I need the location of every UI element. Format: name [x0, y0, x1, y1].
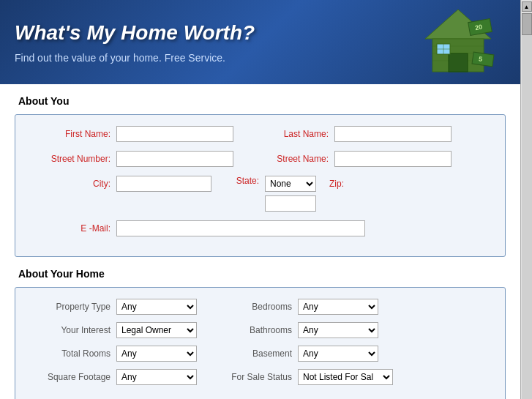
- zip-label: Zip:: [322, 179, 344, 189]
- about-you-form: First Name: Last Name: Street Number:: [15, 114, 506, 257]
- svg-text:20: 20: [474, 23, 483, 31]
- city-label: City:: [30, 179, 110, 189]
- last-name-group: Last Name:: [248, 126, 452, 142]
- property-type-label: Property Type: [30, 302, 110, 312]
- property-type-select[interactable]: Any House Condo Townhouse Land: [116, 299, 197, 315]
- street-row: Street Number: Street Name:: [30, 151, 490, 167]
- interest-bathrooms-row: Your Interest Legal Owner Buyer Renter O…: [30, 322, 490, 338]
- your-interest-select[interactable]: Legal Owner Buyer Renter Other: [116, 322, 197, 338]
- city-input[interactable]: [116, 176, 211, 192]
- state-select-wrapper: None ALAKAZAR CACOCTFL GANYTXVA Zip:: [265, 176, 350, 192]
- street-name-input[interactable]: [334, 151, 452, 167]
- state-group: State: None ALAKAZAR CACOCTFL GANYTXVA Z…: [226, 176, 350, 212]
- email-row: E -Mail:: [30, 220, 490, 236]
- email-input[interactable]: [116, 220, 365, 236]
- basement-label: Basement: [226, 348, 292, 359]
- bedrooms-select[interactable]: Any 12345+: [298, 299, 378, 315]
- scroll-track[interactable]: [522, 13, 532, 399]
- svg-rect-7: [472, 52, 494, 67]
- last-name-label: Last Name:: [248, 129, 329, 139]
- basement-select[interactable]: Any Yes No: [298, 346, 378, 362]
- scroll-up-button[interactable]: ▲: [522, 1, 532, 12]
- bathrooms-select[interactable]: Any 11.522.53+: [298, 322, 378, 338]
- first-name-group: First Name:: [30, 126, 233, 142]
- property-bedrooms-row: Property Type Any House Condo Townhouse …: [30, 299, 490, 315]
- about-home-section-title: About Your Home: [18, 268, 506, 280]
- street-number-label: Street Number:: [30, 154, 110, 164]
- state-zip-wrapper: None ALAKAZAR CACOCTFL GANYTXVA Zip:: [265, 176, 350, 212]
- scrollbar: ▲ ▼: [520, 0, 532, 399]
- city-group: City:: [30, 176, 211, 192]
- bedrooms-label: Bedrooms: [226, 302, 292, 312]
- first-name-input[interactable]: [116, 126, 233, 142]
- street-number-input[interactable]: [116, 151, 233, 167]
- scroll-thumb[interactable]: [522, 13, 532, 35]
- header-title: What's My Home Worth?: [15, 21, 418, 45]
- header-subtitle: Find out the value of your home. Free Se…: [15, 52, 418, 64]
- street-name-label: Street Name:: [248, 154, 329, 164]
- about-you-section-title: About You: [18, 95, 506, 107]
- header-text-area: What's My Home Worth? Find out the value…: [15, 21, 418, 64]
- about-home-form: Property Type Any House Condo Townhouse …: [15, 287, 506, 399]
- svg-rect-9: [449, 53, 468, 72]
- scroll-up-arrow: ▲: [524, 4, 530, 10]
- sqft-saleStatus-row: Square Footage Any Under 500 500-1000 10…: [30, 369, 490, 385]
- last-name-input[interactable]: [334, 126, 452, 142]
- rooms-basement-row: Total Rooms Any 123456+ Basement Any Yes…: [30, 346, 490, 362]
- header: What's My Home Worth? Find out the value…: [0, 0, 520, 84]
- for-sale-status-group: For Sale Status Not Listed For Sal For S…: [226, 369, 393, 385]
- street-name-group: Street Name:: [248, 151, 452, 167]
- total-rooms-select[interactable]: Any 123456+: [116, 346, 197, 362]
- square-footage-label: Square Footage: [30, 372, 110, 382]
- email-label: E -Mail:: [30, 223, 110, 234]
- zip-input[interactable]: [265, 195, 316, 212]
- basement-group: Basement Any Yes No: [226, 346, 378, 362]
- name-row: First Name: Last Name:: [30, 126, 490, 142]
- for-sale-status-select[interactable]: Not Listed For Sal For Sale Sold Other: [298, 369, 393, 385]
- city-state-zip-row: City: State: None ALAKAZAR CACOCTFL: [30, 176, 490, 212]
- header-image: 20 5: [418, 6, 506, 79]
- for-sale-status-label: For Sale Status: [226, 372, 292, 382]
- street-number-group: Street Number:: [30, 151, 233, 167]
- state-label: State:: [226, 176, 259, 186]
- total-rooms-label: Total Rooms: [30, 348, 110, 359]
- bathrooms-label: Bathrooms: [226, 325, 292, 335]
- square-footage-select[interactable]: Any Under 500 500-1000 1000-1500 1500-20…: [116, 369, 197, 385]
- first-name-label: First Name:: [30, 129, 110, 139]
- money-house-icon: 20 5: [418, 6, 498, 79]
- content-area: About You First Name: Last Name:: [0, 84, 520, 399]
- state-select[interactable]: None ALAKAZAR CACOCTFL GANYTXVA: [265, 176, 316, 192]
- your-interest-label: Your Interest: [30, 325, 110, 335]
- bathrooms-group: Bathrooms Any 11.522.53+: [226, 322, 378, 338]
- bedrooms-group: Bedrooms Any 12345+: [226, 299, 378, 315]
